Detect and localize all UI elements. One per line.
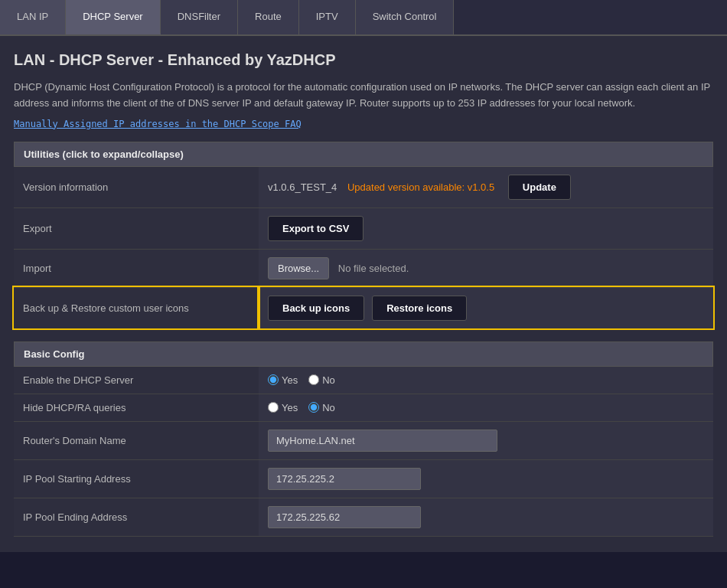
domain-input[interactable] — [268, 430, 497, 452]
hide-queries-no-radio[interactable] — [308, 402, 319, 413]
enable-dhcp-yes-radio[interactable] — [268, 374, 279, 385]
hide-queries-no-text: No — [322, 402, 335, 413]
import-cell: Browse... No file selected. — [259, 249, 713, 287]
ip-pool-end-cell — [259, 498, 713, 536]
enable-dhcp-yes-label[interactable]: Yes — [268, 374, 298, 386]
version-cell: v1.0.6_TEST_4 Updated version available:… — [259, 167, 713, 208]
domain-cell — [259, 421, 713, 459]
utilities-header[interactable]: Utilities (click to expand/collapse) — [14, 142, 713, 167]
enable-dhcp-no-label[interactable]: No — [308, 374, 335, 386]
enable-dhcp-label: Enable the DHCP Server — [14, 367, 259, 394]
ip-pool-start-label: IP Pool Starting Address — [14, 459, 259, 498]
utilities-table: Version information v1.0.6_TEST_4 Update… — [14, 167, 713, 329]
ip-pool-start-input[interactable] — [268, 468, 421, 490]
hide-queries-label: Hide DHCP/RA queries — [14, 394, 259, 421]
ip-pool-end-input[interactable] — [268, 506, 421, 528]
tab-route[interactable]: Route — [238, 0, 299, 34]
domain-label: Router's Domain Name — [14, 421, 259, 459]
ip-pool-start-row: IP Pool Starting Address — [14, 459, 713, 498]
enable-dhcp-radio-group: Yes No — [268, 374, 704, 386]
backup-icons-button[interactable]: Back up icons — [268, 296, 364, 321]
version-row: Version information v1.0.6_TEST_4 Update… — [14, 167, 713, 208]
restore-icons-button[interactable]: Restore icons — [372, 296, 467, 321]
hide-queries-no-label[interactable]: No — [308, 402, 335, 413]
hide-queries-row: Hide DHCP/RA queries Yes No — [14, 394, 713, 421]
tab-lan-ip[interactable]: LAN IP — [0, 0, 66, 34]
hide-queries-cell: Yes No — [259, 394, 713, 421]
browse-button[interactable]: Browse... — [268, 257, 329, 279]
enable-dhcp-no-text: No — [322, 374, 335, 386]
hide-queries-yes-radio[interactable] — [268, 402, 279, 413]
main-content: LAN - DHCP Server - Enhanced by YazDHCP … — [0, 36, 727, 552]
export-csv-button[interactable]: Export to CSV — [268, 216, 364, 241]
backup-cell: Back up icons Restore icons — [259, 287, 713, 328]
version-label: Version information — [14, 167, 259, 208]
export-row: Export Export to CSV — [14, 207, 713, 249]
tab-switch-control[interactable]: Switch Control — [356, 0, 455, 34]
enable-dhcp-yes-text: Yes — [282, 374, 298, 386]
hide-queries-yes-text: Yes — [282, 402, 298, 413]
ip-pool-start-cell — [259, 459, 713, 498]
enable-dhcp-cell: Yes No — [259, 367, 713, 394]
import-label: Import — [14, 249, 259, 287]
ip-pool-end-label: IP Pool Ending Address — [14, 498, 259, 536]
tab-bar: LAN IP DHCP Server DNSFilter Route IPTV … — [0, 0, 727, 36]
export-cell: Export to CSV — [259, 207, 713, 249]
version-value: v1.0.6_TEST_4 — [268, 181, 337, 193]
enable-dhcp-no-radio[interactable] — [308, 374, 319, 385]
backup-label: Back up & Restore custom user icons — [14, 287, 259, 328]
basic-config-table: Enable the DHCP Server Yes No Hide DHCP/… — [14, 367, 713, 537]
basic-config-header[interactable]: Basic Config — [14, 341, 713, 367]
ip-pool-end-row: IP Pool Ending Address — [14, 498, 713, 536]
tab-iptv[interactable]: IPTV — [299, 0, 356, 34]
tab-dnsfilter[interactable]: DNSFilter — [161, 0, 238, 34]
no-file-text: No file selected. — [338, 263, 409, 274]
domain-row: Router's Domain Name — [14, 421, 713, 459]
tab-dhcp-server[interactable]: DHCP Server — [66, 0, 161, 34]
page-title: LAN - DHCP Server - Enhanced by YazDHCP — [14, 51, 713, 69]
hide-queries-radio-group: Yes No — [268, 402, 704, 413]
export-label: Export — [14, 207, 259, 249]
enable-dhcp-row: Enable the DHCP Server Yes No — [14, 367, 713, 394]
backup-button-group: Back up icons Restore icons — [268, 296, 704, 321]
backup-row: Back up & Restore custom user icons Back… — [14, 287, 713, 328]
import-row: Import Browse... No file selected. — [14, 249, 713, 287]
faq-link[interactable]: Manually Assigned IP addresses in the DH… — [14, 119, 302, 129]
page-description: DHCP (Dynamic Host Configuration Protoco… — [14, 80, 713, 112]
hide-queries-yes-label[interactable]: Yes — [268, 402, 298, 413]
update-button[interactable]: Update — [508, 175, 571, 200]
update-available-text: Updated version available: v1.0.5 — [347, 181, 494, 193]
